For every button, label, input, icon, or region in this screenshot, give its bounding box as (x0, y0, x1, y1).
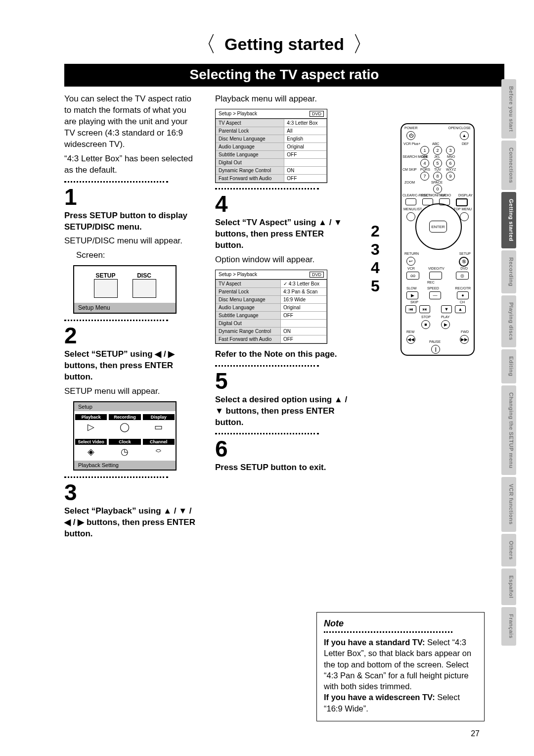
osd-aspect-menu: Setup > PlaybackDVD TV Aspect✓ 4:3 Lette… (215, 270, 327, 344)
step-4-body: Option window will appear. (215, 254, 351, 266)
banner: 〈Getting started〉 (64, 30, 504, 59)
note-title: Note (324, 617, 477, 629)
step-1-screen-label: Screen: (76, 250, 200, 261)
note-divider (324, 631, 452, 633)
step-6-title: Press SETUP button to exit. (215, 462, 351, 473)
step-1-body: SETUP/DISC menu will appear. (64, 236, 200, 247)
setup-grid-header: Setup (74, 402, 176, 411)
step-5-title: Select a desired option using ▲ / ▼ butt… (215, 394, 351, 428)
setup-panel-foot: Setup Menu (74, 303, 176, 313)
setup-icon: ⦿ (459, 257, 469, 267)
chevron-left-icon: 〈 (195, 30, 217, 59)
note-h1: If you have a standard TV: (324, 638, 425, 647)
playback-menu-note: Playback menu will appear. (215, 94, 351, 105)
tab-setup-menu[interactable]: Changing the SETUP menu (501, 385, 516, 475)
step-3-title: Select “Playback” using ▲ / ▼ / ◀ / ▶ bu… (64, 506, 200, 540)
subbanner: Selecting the TV aspect ratio (64, 64, 504, 87)
step-3-number: 3 (64, 481, 200, 504)
display-icon: ▭ (143, 420, 175, 434)
power-button-icon: ⏻ (406, 131, 415, 140)
osd-playback-menu: Setup > PlaybackDVD TV Aspect4:3 Letter … (215, 109, 327, 183)
selvideo-icon: ◈ (75, 445, 107, 459)
step-4-ref: Refer to the Note on this page. (215, 349, 351, 360)
divider (64, 320, 168, 321)
tab-others[interactable]: Others (501, 534, 516, 567)
tab-vcr[interactable]: VCR functions (501, 477, 516, 531)
step-4-title: Select “TV Aspect” using ▲ / ▼ buttons, … (215, 217, 351, 251)
recording-icon: ◯ (109, 420, 140, 434)
enter-button: ENTER (429, 221, 447, 233)
step-4-number: 4 (215, 192, 351, 215)
clock-icon: ◷ (109, 445, 140, 459)
divider (64, 181, 168, 183)
channel-icon: ⌔ (143, 445, 175, 459)
divider (64, 476, 168, 478)
setup-tab-icon (94, 279, 118, 298)
banner-title: Getting started (224, 35, 344, 54)
return-icon: ↩ (406, 257, 415, 266)
chevron-right-icon: 〉 (352, 30, 374, 59)
page-number: 27 (471, 729, 480, 738)
step-2-title: Select “SETUP” using ◀ / ▶ buttons, then… (64, 349, 200, 383)
step-1-title: Press SETUP button to display SETUP/DISC… (64, 210, 200, 233)
step-5-number: 5 (215, 370, 351, 392)
intro-2: “4:3 Letter Box” has been selected as th… (64, 153, 200, 176)
open-close-icon: ▲ (460, 131, 469, 140)
disc-tab-label: DISC (133, 272, 156, 279)
divider (215, 365, 319, 367)
note-box: Note If you have a standard TV: Select “… (316, 612, 485, 721)
menulist-icon (406, 212, 415, 221)
column-left: You can select the TV aspect ratio to ma… (64, 94, 200, 543)
setup-tab-label: SETUP (94, 272, 118, 279)
step-1-number: 1 (64, 186, 200, 208)
setup-grid-foot: Playback Setting (74, 461, 176, 470)
setup-disc-panel: SETUP DISC Setup Menu (73, 265, 177, 314)
remote-diagram: POWER OPEN/CLOSE ⏻ ▲ VCR Plus+ ABC DEF 1… (400, 123, 475, 356)
step-2-body: SETUP menu will appear. (64, 386, 200, 397)
column-right: 2 3 4 5 1 6 POWER OPEN/CLOSE ⏻ ▲ VCR Plu… (366, 94, 504, 380)
note-h2: If you have a widescreen TV: (324, 693, 435, 702)
callouts-left: 2 3 4 5 (371, 222, 380, 295)
intro-1: You can select the TV aspect ratio to ma… (64, 94, 200, 150)
tab-espanol[interactable]: Español (501, 568, 516, 605)
divider (215, 433, 319, 434)
divider (215, 188, 319, 189)
disc-tab-icon (133, 279, 156, 298)
setup-grid-panel: Setup Playback▷ Recording◯ Display▭ Sele… (73, 401, 177, 471)
playback-icon: ▷ (75, 420, 107, 434)
column-middle: Playback menu will appear. Setup > Playb… (215, 94, 351, 476)
step-6-number: 6 (215, 437, 351, 460)
step-2-number: 2 (64, 324, 200, 347)
tab-francais[interactable]: Français (501, 607, 516, 645)
topmenu-icon (460, 212, 469, 221)
